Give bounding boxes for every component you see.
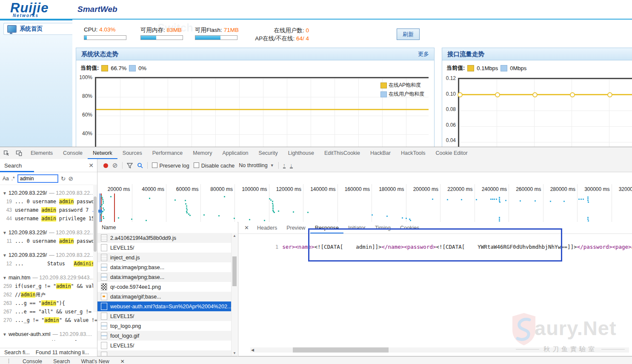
search-input[interactable]	[17, 174, 58, 183]
timeline-separator	[303, 184, 303, 222]
devtools-tab-lighthouse[interactable]: Lighthouse	[283, 147, 319, 159]
search-match-row[interactable]: 43username admin password 7 ...	[0, 206, 97, 214]
search-match-row[interactable]: 19... 0 username admin passwor...	[0, 197, 97, 206]
detail-tab-headers[interactable]: Headers	[252, 222, 282, 233]
device-toolbar-icon[interactable]	[13, 147, 26, 159]
throttling-dropdown[interactable]: No throttling▼	[239, 162, 274, 168]
scrollbar-thumb[interactable]	[293, 347, 389, 353]
scroll-up-icon[interactable]: ▲	[233, 234, 236, 238]
devtools-tab-hacktools[interactable]: HackTools	[396, 147, 431, 159]
traffic-data-point	[607, 92, 612, 97]
search-file-header[interactable]: ▼webuser-auth.xml— 120.209.83....	[0, 330, 97, 338]
waterfall-dot	[103, 202, 104, 204]
search-match-row[interactable]: 12... Status Administr...	[0, 259, 97, 268]
search-file-header[interactable]: ▼120.209.83.229/— 120.209.83.22...	[0, 189, 97, 197]
devtools-tab-editthiscookie[interactable]: EditThisCookie	[319, 147, 365, 159]
request-row[interactable]: LEVEL15/	[97, 243, 232, 253]
devtools-tab-hackbar[interactable]: HackBar	[365, 147, 396, 159]
request-row[interactable]: inject_end.js	[97, 253, 232, 262]
request-row[interactable]: data:image/png;base...	[97, 272, 232, 282]
drawer-tab-console[interactable]: Console	[23, 357, 42, 364]
devtools-tab-elements[interactable]: Elements	[26, 147, 58, 159]
response-body[interactable]: 1ser><name><![CDATA[ admin]]></name><pas…	[238, 233, 632, 344]
request-row[interactable]: 2.a4106219f4a3f58b0dd9.js	[97, 233, 232, 243]
devtools-tab-cookie-editor[interactable]: Cookie Editor	[431, 147, 473, 159]
drawer-tab-search[interactable]: Search	[53, 357, 70, 364]
request-row[interactable]: LEVEL15/	[97, 341, 232, 350]
timeline-tick-label: 80000 ms	[201, 186, 233, 192]
network-search-icon[interactable]	[137, 162, 143, 168]
waterfall-dot	[402, 217, 403, 219]
inspect-element-icon[interactable]	[0, 147, 13, 159]
search-match-row[interactable]: 259if(user_g != "admin" && val...	[0, 282, 97, 290]
clear-network-log-icon[interactable]: ⊘	[112, 162, 118, 169]
request-row[interactable]: LEVEL15/	[97, 311, 232, 321]
refresh-button[interactable]: 刷新	[397, 28, 420, 40]
search-clear-icon[interactable]: ⊘	[68, 175, 73, 182]
search-match-row[interactable]: 267...e == "all" && user_g != "a...	[0, 307, 97, 316]
request-row[interactable]: data:image/png;base...	[97, 262, 232, 272]
regex-button[interactable]: .*	[11, 176, 15, 182]
requests-name-column-header[interactable]: Name	[97, 222, 237, 233]
network-overview-timeline[interactable]: 20000 ms40000 ms60000 ms80000 ms100000 m…	[97, 184, 632, 222]
drawer-tab-what-s-new[interactable]: What's New	[81, 357, 109, 364]
export-har-icon[interactable]: ↓	[290, 163, 293, 168]
request-row[interactable]: qr-code.5974ee1.png	[97, 282, 232, 292]
scroll-down-icon[interactable]: ▼	[233, 351, 236, 355]
more-link[interactable]: 更多	[418, 50, 429, 58]
detail-tab-response[interactable]: Response	[310, 222, 343, 233]
devtools-tab-application[interactable]: Application	[217, 147, 253, 159]
search-match-row[interactable]: 270..._g != "admin" && value !=...	[0, 316, 97, 324]
match-line-number: 270	[0, 317, 12, 323]
system-plot-legend: 在线AP饱和度 在线用户饱和度	[380, 82, 424, 100]
sidebar-item-home[interactable]: 系统首页	[3, 23, 72, 35]
devtools-tab-console[interactable]: Console	[58, 147, 88, 159]
match-text: ... Status Administr...	[15, 261, 97, 267]
detail-tab-initiator[interactable]: Initiator	[343, 222, 370, 233]
detail-tab-cookies[interactable]: Cookies	[395, 222, 424, 233]
traffic-data-point	[532, 92, 538, 97]
traffic-blue-value: 0Mbps	[510, 65, 526, 71]
detail-close-icon[interactable]: ✕	[241, 222, 252, 233]
search-match-row[interactable]: 44username admin privilege 15...	[0, 214, 97, 223]
search-file-url: — 120.209.83.229:9443...	[32, 275, 94, 281]
search-results-scrollbar[interactable]	[93, 185, 97, 312]
online-users-label: 在线用户数:	[274, 27, 304, 34]
request-row[interactable]: top_logo.png	[97, 321, 232, 331]
devtools-tab-sources[interactable]: Sources	[117, 147, 147, 159]
request-row[interactable]: foot_logo.gif	[97, 331, 232, 341]
filter-icon[interactable]	[127, 163, 133, 168]
devtools-tab-security[interactable]: Security	[254, 147, 283, 159]
search-file-header[interactable]: ▼120.209.83.229/— 120.209.83.22...	[0, 251, 97, 259]
request-row[interactable]: data:image/gif;base...	[97, 292, 232, 301]
devtools-tab-performance[interactable]: Performance	[147, 147, 188, 159]
request-row[interactable]: webuser-auth.xml?data=Sun%20Apr%2004%202…	[97, 301, 232, 311]
devtools-tab-memory[interactable]: Memory	[188, 147, 217, 159]
match-line-number: 259	[0, 283, 12, 289]
scrollbar-thumb[interactable]	[232, 256, 237, 286]
search-match-row[interactable]: 263...g == "admin"){	[0, 299, 97, 307]
requests-scrollbar[interactable]: ▲ ▼	[231, 233, 237, 356]
preserve-log-checkbox[interactable]: Preserve log	[152, 162, 189, 169]
search-match-row[interactable]: 11... 0 username admin passwor...	[0, 237, 97, 245]
timeline-tick-label: 40000 ms	[133, 186, 164, 192]
record-button[interactable]	[103, 163, 108, 168]
match-case-button[interactable]: Aa	[3, 176, 9, 182]
response-horizontal-scrollbar[interactable]: ◀	[250, 347, 629, 353]
devtools-tab-network[interactable]: Network	[88, 147, 117, 159]
search-file-header[interactable]: ▼main.htm— 120.209.83.229:9443...	[0, 273, 97, 282]
search-match-row[interactable]: 1...1.0" encoding="utf-8" ?> <us...	[0, 338, 97, 341]
detail-tab-timing[interactable]: Timing	[370, 222, 395, 233]
search-refresh-icon[interactable]: ↻	[61, 175, 66, 182]
search-match-row[interactable]: 262//admin用户	[0, 290, 97, 299]
scroll-left-icon[interactable]: ◀	[251, 347, 254, 353]
detail-tab-preview[interactable]: Preview	[282, 222, 310, 233]
request-row[interactable]	[97, 350, 232, 356]
disable-cache-checkbox[interactable]: Disable cache	[194, 162, 235, 169]
y-axis-tick: 0.10	[442, 91, 456, 97]
search-close-icon[interactable]: ✕	[89, 162, 94, 169]
drawer-menu-icon[interactable]: ⋮	[6, 357, 11, 364]
drawer-close-icon[interactable]: ✕	[120, 357, 125, 364]
search-file-header[interactable]: ▼120.209.83.229/— 120.209.83.22...	[0, 228, 97, 237]
import-har-icon[interactable]: ↑	[283, 163, 286, 168]
